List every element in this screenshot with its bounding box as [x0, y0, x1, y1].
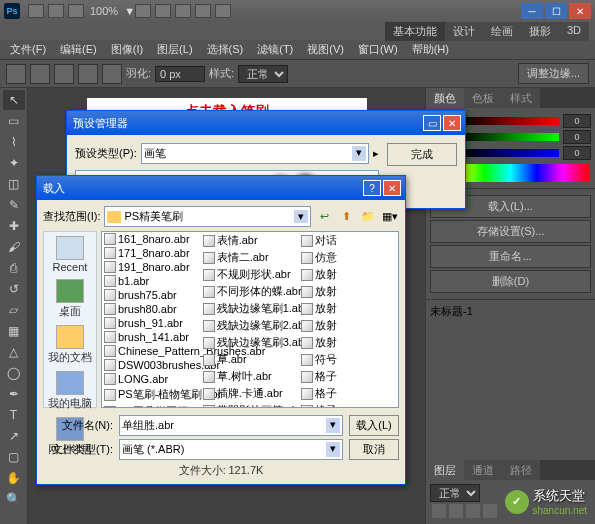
- side-delete-button[interactable]: 删除(D): [430, 270, 591, 293]
- lookin-combo[interactable]: PS精美笔刷 ▾: [104, 206, 311, 227]
- rotate-icon[interactable]: [175, 4, 191, 18]
- file-item[interactable]: LONG.abr: [102, 372, 201, 386]
- screen-mode-icon[interactable]: [215, 4, 231, 18]
- preset-close-button[interactable]: ✕: [443, 115, 461, 131]
- load-dialog-titlebar[interactable]: 载入 ? ✕: [37, 176, 405, 200]
- type-tool[interactable]: T: [3, 405, 25, 425]
- move-tool[interactable]: ↖: [3, 90, 25, 110]
- workspace-tab-design[interactable]: 设计: [445, 22, 483, 41]
- history-brush-tool[interactable]: ↺: [3, 279, 25, 299]
- preset-help-button[interactable]: ▭: [423, 115, 441, 131]
- g-value[interactable]: [563, 130, 591, 144]
- pen-tool[interactable]: ✒: [3, 384, 25, 404]
- file-item[interactable]: b1.abr: [102, 274, 201, 288]
- lock-position-icon[interactable]: [466, 504, 480, 518]
- file-item[interactable]: brush80.abr: [102, 302, 201, 316]
- b-slider[interactable]: [460, 149, 559, 157]
- file-item[interactable]: PS工具栏图标.abr: [102, 403, 201, 408]
- file-item[interactable]: 格子: [299, 402, 398, 408]
- file-item[interactable]: 带阴影的画笔.abr: [201, 402, 300, 408]
- newfolder-icon[interactable]: 📁: [359, 208, 377, 226]
- menu-view[interactable]: 视图(V): [301, 40, 350, 59]
- file-item[interactable]: 插牌.卡通.abr: [201, 385, 300, 402]
- viewmenu-icon[interactable]: ▦▾: [381, 208, 399, 226]
- menu-image[interactable]: 图像(I): [105, 40, 149, 59]
- marquee-inter-icon[interactable]: [102, 64, 122, 84]
- file-item[interactable]: 放射: [299, 317, 398, 334]
- lock-all-icon[interactable]: [483, 504, 497, 518]
- place-recent[interactable]: Recent: [53, 236, 88, 273]
- marquee-add-icon[interactable]: [54, 64, 74, 84]
- crop-tool[interactable]: ◫: [3, 174, 25, 194]
- menu-layer[interactable]: 图层(L): [151, 40, 198, 59]
- file-item[interactable]: brush75.abr: [102, 288, 201, 302]
- lock-pixels-icon[interactable]: [449, 504, 463, 518]
- b-value[interactable]: [563, 146, 591, 160]
- place-computer[interactable]: 我的电脑: [48, 371, 92, 411]
- blur-tool[interactable]: △: [3, 342, 25, 362]
- menu-window[interactable]: 窗口(W): [352, 40, 404, 59]
- hand-icon[interactable]: [135, 4, 151, 18]
- tab-channels[interactable]: 通道: [464, 460, 502, 480]
- back-icon[interactable]: ↩: [315, 208, 333, 226]
- file-item[interactable]: 对话: [299, 232, 398, 249]
- preset-flyout-icon[interactable]: ▸: [373, 147, 379, 160]
- r-slider[interactable]: [460, 117, 559, 125]
- file-item[interactable]: 草.abr: [201, 351, 300, 368]
- hand-tool[interactable]: ✋: [3, 468, 25, 488]
- maximize-button[interactable]: ☐: [545, 3, 567, 19]
- feather-input[interactable]: [155, 66, 205, 82]
- file-item[interactable]: 残缺边缘笔刷3.abr: [201, 334, 300, 351]
- wand-tool[interactable]: ✦: [3, 153, 25, 173]
- heal-tool[interactable]: ✚: [3, 216, 25, 236]
- preset-type-select[interactable]: 画笔▾: [141, 143, 369, 164]
- tab-swatches[interactable]: 色板: [464, 88, 502, 108]
- menu-help[interactable]: 帮助(H): [406, 40, 455, 59]
- launch-bridge-icon[interactable]: [28, 4, 44, 18]
- file-item[interactable]: 不同形体的蝶.abr: [201, 283, 300, 300]
- place-documents[interactable]: 我的文档: [48, 325, 92, 365]
- lasso-tool[interactable]: ⌇: [3, 132, 25, 152]
- file-item[interactable]: 格子: [299, 368, 398, 385]
- file-item[interactable]: 191_8naro.abr: [102, 260, 201, 274]
- zoom-tool[interactable]: 🔍: [3, 489, 25, 509]
- file-item[interactable]: 不规则形状.abr: [201, 266, 300, 283]
- tab-layers[interactable]: 图层: [426, 460, 464, 480]
- file-item[interactable]: 符号: [299, 351, 398, 368]
- workspace-tab-3d[interactable]: 3D: [559, 22, 589, 41]
- blend-mode-select[interactable]: 正常: [430, 484, 480, 502]
- file-item[interactable]: PS笔刷-植物笔刷.abr: [102, 386, 201, 403]
- menu-file[interactable]: 文件(F): [4, 40, 52, 59]
- load-ok-button[interactable]: 载入(L): [349, 415, 399, 436]
- file-item[interactable]: Chinese_Pattern_Brushes.abr: [102, 344, 201, 358]
- side-save-button[interactable]: 存储设置(S)...: [430, 220, 591, 243]
- place-desktop[interactable]: 桌面: [56, 279, 84, 319]
- shape-tool[interactable]: ▢: [3, 447, 25, 467]
- tab-styles[interactable]: 样式: [502, 88, 540, 108]
- file-item[interactable]: 171_8naro.abr: [102, 246, 201, 260]
- lock-transparent-icon[interactable]: [432, 504, 446, 518]
- menu-select[interactable]: 选择(S): [201, 40, 250, 59]
- arrange-icon[interactable]: [195, 4, 211, 18]
- file-item[interactable]: 残缺边缘笔刷2.abr: [201, 317, 300, 334]
- file-item[interactable]: brush_141.abr: [102, 330, 201, 344]
- file-item[interactable]: 残缺边缘笔刷1.abr: [201, 300, 300, 317]
- style-select[interactable]: 正常: [238, 65, 288, 83]
- file-item[interactable]: 放射: [299, 266, 398, 283]
- refine-edge-button[interactable]: 调整边缘...: [518, 63, 589, 84]
- marquee-sub-icon[interactable]: [78, 64, 98, 84]
- file-item[interactable]: 表情.abr: [201, 232, 300, 249]
- workspace-tab-photo[interactable]: 摄影: [521, 22, 559, 41]
- file-item[interactable]: 格子: [299, 385, 398, 402]
- stamp-tool[interactable]: ⎙: [3, 258, 25, 278]
- file-item[interactable]: 放射: [299, 283, 398, 300]
- file-item[interactable]: 表情二.abr: [201, 249, 300, 266]
- zoom-level[interactable]: 100%: [90, 5, 118, 17]
- menu-edit[interactable]: 编辑(E): [54, 40, 103, 59]
- tab-paths[interactable]: 路径: [502, 460, 540, 480]
- gradient-tool[interactable]: ▦: [3, 321, 25, 341]
- preset-dialog-titlebar[interactable]: 预设管理器 ▭ ✕: [67, 111, 465, 135]
- minimize-button[interactable]: ─: [521, 3, 543, 19]
- zoom-icon[interactable]: [155, 4, 171, 18]
- brush-tool[interactable]: 🖌: [3, 237, 25, 257]
